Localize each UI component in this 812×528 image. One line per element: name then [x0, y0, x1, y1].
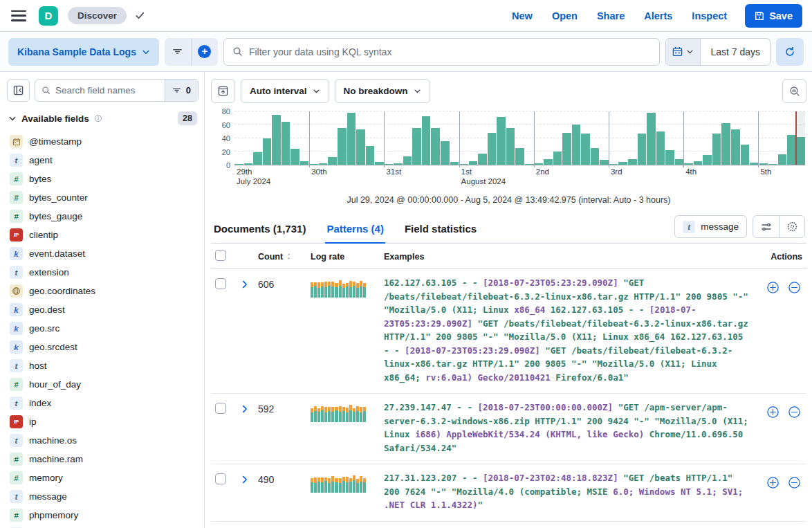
- data-view-selector[interactable]: Kibana Sample Data Logs: [8, 38, 159, 66]
- count-column-header[interactable]: Count: [258, 252, 283, 262]
- field-item-extension[interactable]: textension: [7, 263, 199, 282]
- nav-open[interactable]: Open: [542, 6, 587, 26]
- field-item-host[interactable]: thost: [7, 356, 199, 375]
- histogram-bar[interactable]: [787, 135, 796, 165]
- tab-field-statistics[interactable]: Field statistics: [403, 217, 478, 244]
- field-item-agent[interactable]: tagent: [7, 151, 199, 170]
- histogram-bar[interactable]: [750, 163, 759, 165]
- field-item-machine.os[interactable]: tmachine.os: [7, 431, 199, 450]
- histogram-bar[interactable]: [600, 160, 609, 165]
- refresh-button[interactable]: [776, 38, 804, 66]
- field-item-clientip[interactable]: IPclientip: [7, 226, 199, 244]
- kql-search-input[interactable]: Filter your data using KQL syntax: [223, 38, 660, 66]
- field-item-message[interactable]: tmessage: [7, 487, 199, 506]
- histogram-bar[interactable]: [300, 161, 309, 165]
- histogram-bar[interactable]: [282, 122, 290, 165]
- histogram-bar[interactable]: [628, 159, 637, 165]
- histogram-bar[interactable]: [497, 117, 506, 165]
- histogram-bar[interactable]: [253, 152, 262, 165]
- filter-for-icon[interactable]: [766, 476, 779, 489]
- row-checkbox[interactable]: [215, 278, 226, 289]
- calendar-dropdown-button[interactable]: [666, 39, 701, 65]
- histogram-bar[interactable]: [647, 113, 656, 165]
- interval-select[interactable]: Auto interval: [241, 79, 329, 103]
- breakdown-select[interactable]: No breakdown: [335, 79, 430, 103]
- histogram-bar[interactable]: [319, 163, 328, 165]
- field-item-machine.ram[interactable]: #machine.ram: [7, 450, 199, 468]
- histogram-bar[interactable]: [759, 163, 768, 165]
- filter-lines-icon[interactable]: [165, 38, 191, 66]
- filter-for-icon[interactable]: [766, 406, 779, 419]
- select-all-checkbox[interactable]: [215, 250, 226, 261]
- histogram-bar[interactable]: [553, 152, 562, 165]
- histogram-bar[interactable]: [234, 164, 243, 165]
- histogram-bar[interactable]: [703, 155, 712, 165]
- field-item-referer[interactable]: kreferer: [7, 525, 199, 528]
- histogram-bar[interactable]: [741, 145, 750, 165]
- histogram-bar[interactable]: [535, 163, 544, 165]
- histogram-bar[interactable]: [694, 161, 703, 165]
- histogram-bar[interactable]: [572, 125, 581, 165]
- field-item-@timestamp[interactable]: @timestamp: [7, 132, 199, 151]
- row-checkbox[interactable]: [215, 473, 226, 484]
- filter-out-icon[interactable]: [788, 476, 801, 489]
- histogram-bar[interactable]: [338, 128, 347, 165]
- histogram-bar[interactable]: [412, 128, 421, 165]
- histogram-bar[interactable]: [328, 157, 337, 165]
- histogram-bar[interactable]: [665, 150, 674, 165]
- filter-settings-icon[interactable]: [753, 216, 779, 237]
- app-logo[interactable]: D: [39, 6, 58, 26]
- histogram-bar[interactable]: [591, 148, 600, 165]
- histogram-bar[interactable]: [609, 164, 618, 165]
- histogram-bar[interactable]: [525, 164, 534, 165]
- histogram-bar[interactable]: [309, 164, 318, 165]
- histogram-bar[interactable]: [581, 134, 590, 165]
- histogram-bar[interactable]: [618, 162, 627, 165]
- histogram-bar[interactable]: [394, 163, 403, 165]
- field-item-ip[interactable]: IPip: [7, 412, 199, 431]
- chart-options-icon[interactable]: [211, 79, 235, 103]
- histogram-bar[interactable]: [272, 115, 281, 165]
- field-item-geo.srcdest[interactable]: kgeo.srcdest: [7, 338, 199, 356]
- histogram-bar[interactable]: [768, 164, 777, 165]
- edit-visualization-icon[interactable]: [782, 79, 806, 103]
- pattern-analysis-icon[interactable]: [779, 216, 804, 237]
- time-range-button[interactable]: Last 7 days: [701, 39, 770, 65]
- pattern-field-button[interactable]: t message: [674, 215, 747, 238]
- histogram-bar[interactable]: [478, 154, 487, 165]
- menu-icon[interactable]: [10, 8, 28, 24]
- filter-out-icon[interactable]: [788, 281, 801, 294]
- field-item-phpmemory[interactable]: #phpmemory: [7, 506, 199, 525]
- nav-alerts[interactable]: Alerts: [634, 6, 682, 26]
- histogram-bar[interactable]: [459, 164, 468, 165]
- save-button[interactable]: Save: [745, 4, 802, 28]
- field-item-bytes_counter[interactable]: #bytes_counter: [7, 188, 199, 207]
- histogram-bar[interactable]: [488, 133, 497, 165]
- histogram-bar[interactable]: [385, 164, 394, 165]
- field-item-geo.src[interactable]: kgeo.src: [7, 319, 199, 338]
- histogram-plot[interactable]: [234, 111, 805, 165]
- expand-row-button[interactable]: [232, 473, 258, 484]
- field-item-bytes_gauge[interactable]: #bytes_gauge: [7, 207, 199, 226]
- tab-patterns[interactable]: Patterns (4): [325, 217, 385, 244]
- histogram-bar[interactable]: [403, 156, 412, 165]
- breadcrumb[interactable]: Discover: [68, 7, 127, 24]
- nav-new[interactable]: New: [502, 6, 542, 26]
- collapse-sidebar-button[interactable]: [7, 79, 30, 102]
- histogram-bar[interactable]: [675, 159, 684, 165]
- histogram-bar[interactable]: [638, 134, 647, 165]
- histogram-bar[interactable]: [656, 131, 665, 165]
- expand-row-button[interactable]: [232, 403, 258, 414]
- field-item-index[interactable]: tindex: [7, 394, 199, 412]
- histogram-bar[interactable]: [731, 129, 740, 165]
- nav-inspect[interactable]: Inspect: [682, 6, 737, 26]
- field-item-geo.coordinates[interactable]: geo.coordinates: [7, 282, 199, 300]
- histogram-bar[interactable]: [431, 128, 440, 165]
- expand-row-button[interactable]: [232, 278, 258, 289]
- nav-share[interactable]: Share: [587, 6, 634, 26]
- field-search-input[interactable]: Search field names 0: [35, 79, 199, 102]
- histogram-bar[interactable]: [712, 134, 721, 165]
- histogram-bar[interactable]: [375, 162, 384, 165]
- chevron-down-icon[interactable]: [8, 114, 17, 122]
- histogram-bar[interactable]: [347, 113, 356, 165]
